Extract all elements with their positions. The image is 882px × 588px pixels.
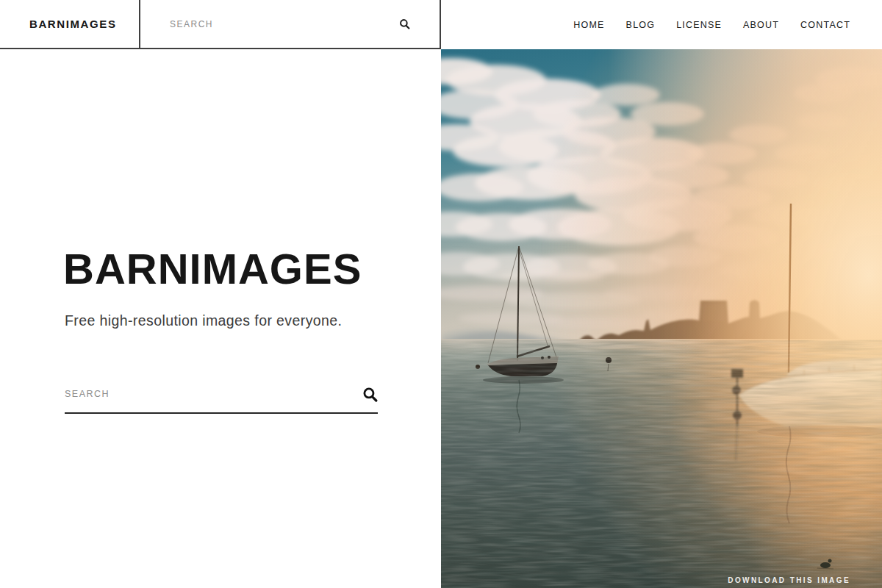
site-header: BARNIMAGES HOME BLOG LICENSE ABOUT CONTA…	[0, 0, 882, 49]
header-search-button[interactable]	[399, 18, 410, 29]
main-content: BARNIMAGES Free high-resolution images f…	[0, 49, 882, 588]
hero-search-input[interactable]	[65, 386, 362, 402]
download-image-link[interactable]: DOWNLOAD THIS IMAGE	[728, 576, 850, 584]
hero-photo	[441, 49, 882, 588]
hero-photo-panel: DOWNLOAD THIS IMAGE	[441, 49, 882, 588]
search-icon	[399, 18, 410, 29]
header-search-input[interactable]	[170, 19, 392, 29]
search-icon	[362, 387, 378, 402]
hero-search-button[interactable]	[362, 387, 378, 402]
nav-link-license[interactable]: LICENSE	[676, 20, 722, 30]
nav-link-home[interactable]: HOME	[573, 20, 604, 30]
logo[interactable]: BARNIMAGES	[29, 18, 117, 30]
page: BARNIMAGES HOME BLOG LICENSE ABOUT CONTA…	[0, 0, 882, 588]
tagline: Free high-resolution images for everyone…	[65, 312, 342, 329]
header-left: BARNIMAGES	[0, 0, 441, 49]
hero-search-bar	[65, 386, 378, 414]
nav-link-about[interactable]: ABOUT	[743, 20, 779, 30]
logo-box: BARNIMAGES	[0, 0, 140, 48]
nav-link-contact[interactable]: CONTACT	[800, 20, 850, 30]
hero-panel: BARNIMAGES Free high-resolution images f…	[0, 49, 441, 588]
nav-link-blog[interactable]: BLOG	[626, 20, 656, 30]
page-title: BARNIMAGES	[63, 248, 362, 290]
main-nav: HOME BLOG LICENSE ABOUT CONTACT	[441, 0, 882, 49]
header-search-bar	[140, 0, 440, 48]
